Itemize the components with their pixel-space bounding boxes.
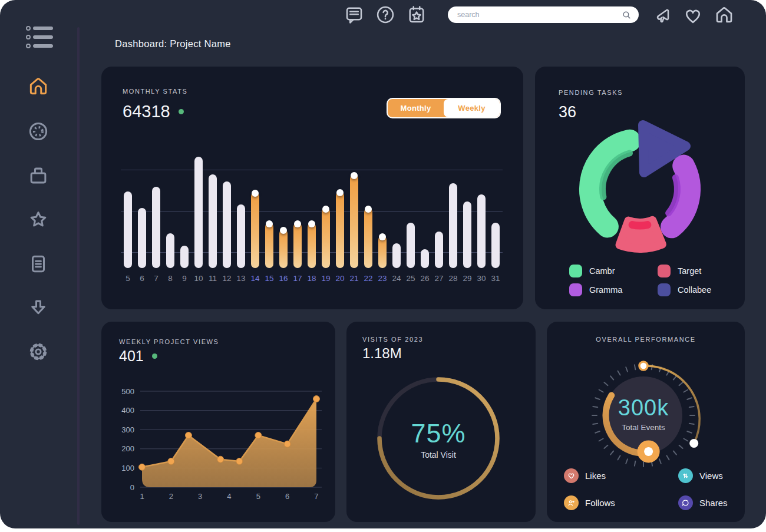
bag-icon [27, 164, 49, 187]
bar-x-label: 29 [460, 274, 474, 283]
period-toggle: Monthly Weekly [387, 98, 501, 118]
svg-text:3: 3 [198, 492, 202, 501]
bar-x-label: 5 [121, 274, 135, 283]
bar-x-label: 11 [206, 274, 220, 283]
bar-marker [379, 233, 386, 240]
weekly-views-card: WEEKLY PROJECT VIEWS 401 500400300200100… [101, 322, 335, 522]
performance-legend-views: Views [678, 468, 723, 483]
bar-day-18 [308, 223, 316, 268]
bar-x-label: 10 [192, 274, 206, 283]
chat-bubble-icon [678, 495, 693, 510]
sidebar-divider [77, 27, 80, 525]
bar-x-label: 21 [347, 274, 361, 283]
bar-x-label: 24 [389, 274, 404, 283]
bar-x-label: 18 [305, 274, 319, 283]
bar-x-label: 6 [135, 274, 149, 283]
home-icon[interactable] [714, 4, 735, 25]
legend-swatch [658, 265, 671, 277]
heart-icon[interactable] [682, 5, 704, 27]
sidebar-item-favorites[interactable] [27, 209, 49, 231]
donut-legend-cambr: Cambr [569, 265, 615, 277]
performance-legend-likes: Likes [564, 468, 606, 483]
bar-x-label: 19 [319, 274, 333, 283]
svg-text:2: 2 [169, 492, 173, 501]
legend-label: Likes [585, 471, 606, 481]
donut-legend-target: Target [658, 265, 701, 277]
svg-text:6: 6 [285, 492, 289, 501]
visits-percent: 75% [350, 418, 527, 449]
bar-x-label: 22 [361, 274, 375, 283]
bar-x-label: 27 [432, 274, 446, 283]
bar-day-6 [138, 208, 146, 268]
sidebar-item-projects[interactable] [27, 164, 49, 187]
search-icon[interactable] [622, 10, 632, 20]
status-dot [179, 109, 184, 114]
bar-day-17 [293, 223, 302, 268]
bar-x-label: 9 [177, 274, 192, 283]
legend-swatch [569, 265, 582, 277]
chat-icon[interactable] [344, 4, 365, 25]
download-icon [27, 297, 49, 319]
legend-label: Shares [699, 498, 728, 508]
donut-legend-collabee: Collabee [658, 283, 711, 296]
page-title: Dashboard: Project Name [115, 38, 231, 49]
performance-card: OVERALL PERFORMANCE 300k Total Events Li… [547, 322, 745, 522]
bar-day-10 [194, 157, 203, 268]
monthly-stats-value: 64318 [123, 102, 170, 121]
bar-x-label: 16 [276, 274, 290, 283]
legend-swatch [569, 283, 582, 296]
star-icon [27, 209, 49, 231]
bar-day-24 [392, 243, 401, 268]
help-icon[interactable] [375, 4, 396, 25]
search-input[interactable] [456, 10, 622, 19]
calendar-star-icon[interactable] [406, 4, 427, 25]
home-icon [27, 75, 49, 97]
megaphone-icon[interactable] [652, 4, 673, 25]
bar-day-25 [407, 223, 415, 268]
svg-text:5: 5 [256, 492, 260, 501]
toggle-weekly-button[interactable]: Weekly [444, 99, 500, 117]
bar-day-19 [322, 208, 330, 268]
sidebar-item-timer[interactable] [27, 120, 49, 143]
performance-legend-follows: Follows [564, 495, 615, 510]
bar-x-label: 23 [375, 274, 389, 283]
bar-day-31 [491, 223, 500, 268]
svg-text:0: 0 [130, 483, 134, 492]
sidebar-item-downloads[interactable] [27, 297, 49, 319]
card-label: PENDING TASKS [559, 89, 623, 96]
card-label: MONTHLY STATS [123, 88, 187, 95]
legend-label: Views [699, 471, 723, 481]
svg-text:200: 200 [121, 444, 134, 453]
bar-marker [252, 190, 259, 197]
app-window: Dashboard: Project Name MONTHLY STATS 64… [0, 0, 766, 528]
bar-day-12 [223, 181, 231, 268]
bar-day-5 [124, 191, 132, 268]
bar-day-30 [477, 194, 486, 268]
gauge-value-sub: Total Events [585, 423, 702, 432]
legend-swatch [658, 283, 671, 296]
bar-x-label: 30 [474, 274, 488, 283]
bar-marker [365, 206, 372, 213]
bar-x-label: 20 [333, 274, 347, 283]
arrows-updown-icon [678, 468, 693, 483]
bar-day-21 [350, 174, 358, 268]
sidebar-item-home[interactable] [27, 75, 49, 97]
list-menu-icon[interactable] [26, 25, 55, 49]
donut-legend-gramma: Gramma [569, 283, 622, 296]
heart-icon [564, 468, 579, 483]
visits-percent-sub: Total Visit [350, 450, 527, 460]
sidebar-item-notes[interactable] [27, 253, 49, 275]
bar-x-label: 7 [149, 274, 163, 283]
bar-marker [266, 220, 273, 227]
bar-day-28 [449, 183, 457, 268]
toggle-monthly-button[interactable]: Monthly [388, 99, 444, 117]
legend-label: Collabee [678, 285, 711, 295]
bar-x-label: 12 [220, 274, 234, 283]
pending-tasks-donut-chart [566, 115, 714, 263]
bar-x-label: 25 [404, 274, 418, 283]
bar-day-23 [378, 236, 387, 268]
bar-x-label: 13 [234, 274, 248, 283]
sidebar-item-settings[interactable] [27, 341, 49, 363]
svg-text:100: 100 [121, 464, 134, 472]
svg-text:1: 1 [140, 492, 144, 501]
